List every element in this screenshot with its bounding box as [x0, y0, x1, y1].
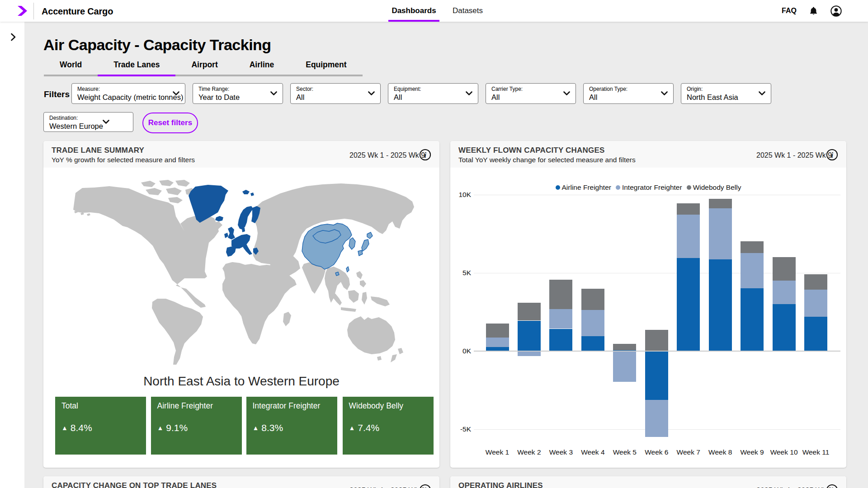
svg-text:i: i	[424, 486, 426, 488]
svg-text:i: i	[831, 151, 833, 160]
svg-text:i: i	[831, 486, 833, 488]
svg-text:i: i	[424, 151, 426, 160]
